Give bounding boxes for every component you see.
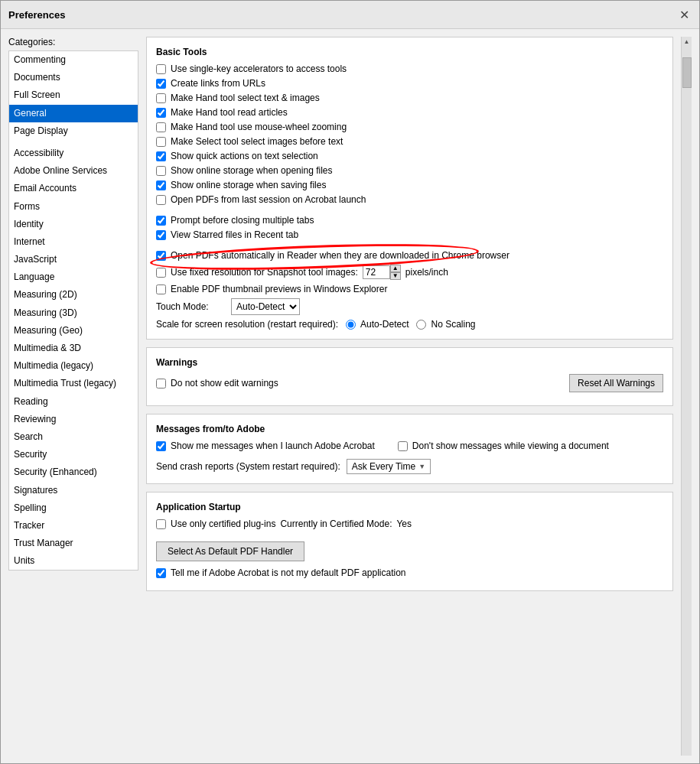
certified-plugins-label: Use only certified plug-ins: [171, 519, 275, 529]
tell-me-checkbox[interactable]: [156, 568, 166, 578]
hand-text-checkbox[interactable]: [156, 93, 166, 103]
crash-reports-dropdown[interactable]: Ask Every Time ▼: [347, 459, 431, 474]
select-before-text-row: Make Select tool select images before te…: [156, 136, 663, 147]
sidebar-item-general[interactable]: General: [9, 105, 138, 122]
sidebar-item-units[interactable]: Units: [9, 552, 138, 570]
select-before-text-checkbox[interactable]: [156, 137, 166, 147]
sidebar-item-accessibility[interactable]: Accessibility: [9, 145, 138, 162]
pdf-thumbnail-checkbox[interactable]: [156, 284, 166, 294]
no-edit-warnings-row: Do not show edit warnings: [156, 378, 278, 389]
default-handler-button[interactable]: Select As Default PDF Handler: [156, 541, 304, 561]
crash-reports-value: Ask Every Time: [352, 461, 415, 472]
close-button[interactable]: ✕: [676, 7, 692, 22]
hand-articles-label: Make Hand tool read articles: [171, 107, 288, 118]
online-storage-save-checkbox[interactable]: [156, 180, 166, 190]
sidebar-item-security-enhanced[interactable]: Security (Enhanced): [9, 463, 138, 481]
warning-row: Do not show edit warnings Reset All Warn…: [156, 374, 663, 392]
sidebar-item-reading[interactable]: Reading: [9, 393, 138, 411]
scale-no-scaling-radio[interactable]: [416, 320, 426, 330]
certified-mode-label: Currently in Certified Mode:: [280, 519, 392, 529]
sidebar-item-multimedia-trust-legacy[interactable]: Multimedia Trust (legacy): [9, 375, 138, 392]
view-starred-label: View Starred files in Recent tab: [171, 229, 298, 240]
touch-mode-select[interactable]: Auto-Detect Never Always: [231, 298, 300, 315]
sidebar-item-signatures[interactable]: Signatures: [9, 482, 138, 499]
sidebar-item-search[interactable]: Search: [9, 428, 138, 446]
pdf-thumbnail-row: Enable PDF thumbnail previews in Windows…: [156, 284, 663, 294]
scale-auto-detect-radio[interactable]: [346, 320, 356, 330]
show-messages-label: Show me messages when I launch Adobe Acr…: [171, 441, 375, 451]
quick-actions-row: Show quick actions on text selection: [156, 151, 663, 161]
open-chrome-label: Open PDFs automatically in Reader when t…: [171, 250, 510, 261]
sidebar-item-email-accounts[interactable]: Email Accounts: [9, 180, 138, 197]
online-storage-open-label: Show online storage when opening files: [171, 165, 332, 176]
sidebar-item-tracker[interactable]: Tracker: [9, 517, 138, 535]
basic-tools-title: Basic Tools: [156, 47, 663, 57]
dont-show-messages-checkbox[interactable]: [398, 441, 408, 451]
sidebar-item-documents[interactable]: Documents: [9, 69, 138, 86]
open-pdfs-session-checkbox[interactable]: [156, 195, 166, 205]
show-messages-row: Show me messages when I launch Adobe Acr…: [156, 441, 375, 451]
sidebar-item-commenting[interactable]: Commenting: [9, 51, 138, 69]
sidebar-item-adobe-online-services[interactable]: Adobe Online Services: [9, 162, 138, 180]
sidebar-item-language[interactable]: Language: [9, 268, 138, 286]
open-chrome-row: Open PDFs automatically in Reader when t…: [156, 250, 663, 261]
window-title: Preferences: [8, 9, 65, 21]
messages-checkboxes: Show me messages when I launch Adobe Acr…: [156, 441, 663, 455]
prompt-close-tabs-checkbox[interactable]: [156, 216, 166, 226]
online-storage-save-row: Show online storage when saving files: [156, 180, 663, 190]
sidebar-item-internet[interactable]: Internet: [9, 233, 138, 251]
sidebar-item-spelling[interactable]: Spelling: [9, 499, 138, 517]
hand-mousewheel-row: Make Hand tool use mouse-wheel zooming: [156, 122, 663, 132]
certified-plugins-row: Use only certified plug-ins: [156, 519, 275, 529]
main-content: Categories: Commenting Documents Full Sc…: [1, 29, 699, 763]
no-edit-warnings-checkbox[interactable]: [156, 379, 166, 389]
hand-articles-row: Make Hand tool read articles: [156, 107, 663, 118]
sidebar-item-full-screen[interactable]: Full Screen: [9, 86, 138, 104]
scrollbar[interactable]: ▲: [681, 37, 692, 756]
touch-mode-label: Touch Mode:: [156, 301, 225, 312]
dont-show-messages-row: Don't show messages while viewing a docu…: [398, 441, 609, 451]
online-storage-save-label: Show online storage when saving files: [171, 180, 326, 190]
sidebar-item-multimedia-3d[interactable]: Multimedia & 3D: [9, 340, 138, 357]
scrollbar-thumb[interactable]: [682, 57, 692, 88]
sidebar-item-page-display[interactable]: Page Display: [9, 122, 138, 140]
single-key-checkbox[interactable]: [156, 64, 166, 74]
title-bar: Preferences ✕: [1, 1, 699, 29]
resolution-down-button[interactable]: ▼: [390, 272, 401, 280]
sidebar: Categories: Commenting Documents Full Sc…: [8, 37, 138, 756]
create-links-label: Create links from URLs: [171, 78, 265, 89]
sidebar-item-measuring-3d[interactable]: Measuring (3D): [9, 304, 138, 322]
reset-all-warnings-button[interactable]: Reset All Warnings: [569, 374, 663, 392]
resolution-input[interactable]: [363, 265, 390, 279]
hand-mousewheel-label: Make Hand tool use mouse-wheel zooming: [171, 122, 347, 132]
fixed-resolution-checkbox[interactable]: [156, 268, 166, 278]
sidebar-item-trust-manager[interactable]: Trust Manager: [9, 535, 138, 552]
quick-actions-checkbox[interactable]: [156, 151, 166, 161]
fixed-resolution-row: Use fixed resolution for Snapshot tool i…: [156, 265, 663, 280]
show-messages-checkbox[interactable]: [156, 441, 166, 451]
sidebar-item-security[interactable]: Security: [9, 446, 138, 463]
prompt-close-tabs-row: Prompt before closing multiple tabs: [156, 215, 663, 226]
hand-mousewheel-checkbox[interactable]: [156, 122, 166, 132]
create-links-checkbox[interactable]: [156, 79, 166, 89]
sidebar-item-measuring-geo[interactable]: Measuring (Geo): [9, 322, 138, 340]
warnings-section: Warnings Do not show edit warnings Reset…: [146, 347, 673, 406]
sidebar-item-identity[interactable]: Identity: [9, 216, 138, 233]
view-starred-checkbox[interactable]: [156, 230, 166, 240]
sidebar-item-forms[interactable]: Forms: [9, 198, 138, 216]
sidebar-item-measuring-2d[interactable]: Measuring (2D): [9, 286, 138, 304]
sidebar-item-multimedia-legacy[interactable]: Multimedia (legacy): [9, 357, 138, 375]
hand-articles-checkbox[interactable]: [156, 108, 166, 118]
messages-title: Messages from/to Adobe: [156, 424, 663, 434]
sidebar-item-javascript[interactable]: JavaScript: [9, 251, 138, 268]
scrollbar-up-icon[interactable]: ▲: [684, 38, 690, 45]
tell-me-label: Tell me if Adobe Acrobat is not my defau…: [171, 567, 406, 578]
open-pdfs-session-row: Open PDFs from last session on Acrobat l…: [156, 194, 663, 205]
online-storage-open-checkbox[interactable]: [156, 166, 166, 176]
touch-mode-row: Touch Mode: Auto-Detect Never Always: [156, 298, 663, 315]
resolution-spinbox: ▲ ▼: [363, 265, 401, 280]
open-chrome-checkbox[interactable]: [156, 251, 166, 261]
resolution-up-button[interactable]: ▲: [390, 265, 401, 272]
certified-plugins-checkbox[interactable]: [156, 519, 166, 529]
sidebar-item-reviewing[interactable]: Reviewing: [9, 411, 138, 428]
